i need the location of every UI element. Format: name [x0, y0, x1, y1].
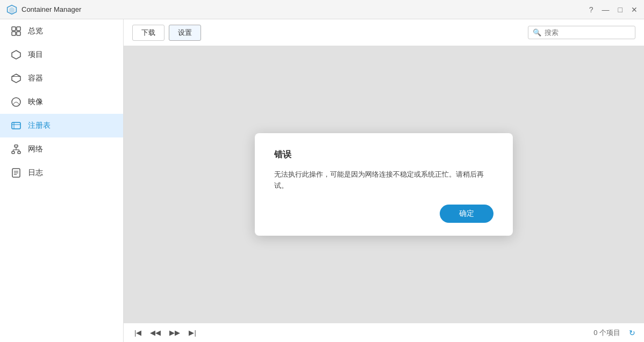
- svg-rect-5: [17, 32, 20, 35]
- sidebar-item-overview[interactable]: 总览: [0, 19, 123, 43]
- first-page-button[interactable]: |◀: [132, 328, 144, 338]
- sidebar-label-container: 容器: [28, 74, 43, 83]
- titlebar-controls: ? — □ ✕: [589, 6, 638, 13]
- svg-rect-13: [15, 145, 18, 147]
- sidebar-label-image: 映像: [28, 97, 43, 107]
- network-icon: [11, 144, 22, 155]
- project-icon: [11, 49, 22, 60]
- sidebar-label-log: 日志: [28, 168, 43, 178]
- sidebar-label-overview: 总览: [28, 26, 43, 36]
- titlebar-left: Container Manager: [6, 4, 81, 15]
- help-button[interactable]: ?: [589, 6, 593, 13]
- log-icon: [11, 168, 22, 178]
- item-count: 0 个项目: [593, 328, 620, 338]
- sidebar: 总览 项目 容器: [0, 19, 124, 342]
- dialog-message: 无法执行此操作，可能是因为网络连接不稳定或系统正忙。请稍后再试。: [274, 169, 493, 192]
- search-box: 🔍: [528, 26, 635, 39]
- content-area: 下载 设置 🔍 错误 无法执行此操作，可能是因为网络连接不稳定或系统正忙。请稍后…: [124, 19, 644, 342]
- refresh-icon[interactable]: ↻: [629, 329, 635, 337]
- svg-rect-14: [12, 151, 15, 154]
- svg-marker-1: [9, 7, 15, 13]
- svg-rect-4: [12, 32, 16, 35]
- toolbar: 下载 设置 🔍: [124, 19, 644, 46]
- sidebar-item-network[interactable]: 网络: [0, 137, 123, 161]
- search-input[interactable]: [545, 28, 631, 37]
- svg-rect-3: [17, 27, 20, 31]
- sidebar-item-registry[interactable]: 注册表: [0, 114, 123, 137]
- next-page-button[interactable]: ▶▶: [167, 328, 182, 338]
- error-dialog: 错误 无法执行此操作，可能是因为网络连接不稳定或系统正忙。请稍后再试。 确定: [255, 133, 513, 236]
- search-icon: 🔍: [533, 28, 541, 37]
- dialog-ok-button[interactable]: 确定: [440, 205, 493, 223]
- page-content: 错误 无法执行此操作，可能是因为网络连接不稳定或系统正忙。请稍后再试。 确定: [124, 46, 644, 323]
- svg-rect-10: [12, 122, 20, 129]
- svg-rect-15: [18, 151, 20, 154]
- svg-marker-6: [12, 50, 20, 59]
- sidebar-item-log[interactable]: 日志: [0, 161, 123, 185]
- sidebar-label-registry: 注册表: [28, 121, 51, 130]
- sidebar-item-project[interactable]: 项目: [0, 43, 123, 67]
- svg-marker-7: [12, 74, 20, 83]
- minimize-button[interactable]: —: [602, 6, 610, 13]
- dialog-title: 错误: [274, 149, 493, 161]
- download-button[interactable]: 下载: [132, 25, 164, 41]
- sidebar-label-network: 网络: [28, 144, 43, 154]
- footer: |◀ ◀◀ ▶▶ ▶| 0 个项目 ↻: [124, 323, 644, 342]
- grid-icon: [11, 26, 22, 37]
- maximize-button[interactable]: □: [618, 6, 622, 13]
- container-icon: [11, 73, 22, 84]
- sidebar-label-project: 项目: [28, 50, 43, 60]
- dialog-overlay: 错误 无法执行此操作，可能是因为网络连接不稳定或系统正忙。请稍后再试。 确定: [124, 46, 644, 323]
- dialog-footer: 确定: [274, 205, 493, 223]
- main-layout: 总览 项目 容器: [0, 19, 644, 342]
- app-icon: [6, 4, 17, 15]
- sidebar-item-image[interactable]: 映像: [0, 90, 123, 114]
- registry-icon: [11, 120, 22, 131]
- titlebar: Container Manager ? — □ ✕: [0, 0, 644, 19]
- last-page-button[interactable]: ▶|: [187, 328, 198, 338]
- settings-button[interactable]: 设置: [169, 25, 201, 41]
- image-icon: [11, 97, 22, 107]
- close-button[interactable]: ✕: [631, 6, 638, 13]
- prev-page-button[interactable]: ◀◀: [148, 328, 163, 338]
- app-title: Container Manager: [22, 5, 81, 13]
- sidebar-item-container[interactable]: 容器: [0, 67, 123, 90]
- svg-rect-2: [12, 27, 16, 31]
